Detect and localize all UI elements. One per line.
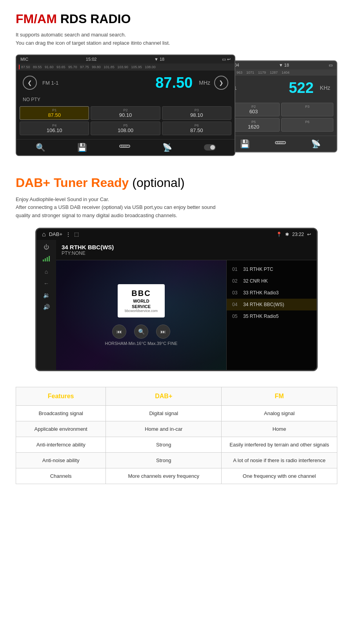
fm-presets: P1 87.50 P2 90.10 P3 98.10 [16, 104, 235, 139]
fm-toggle[interactable] [204, 144, 216, 151]
dab-main: BBC WORLD SERVICE bbcworldservice.com ⏮ … [56, 260, 317, 370]
dab-content: 34 RTHK BBC(WS) PTY:NONE BBC WORLD SERVI… [56, 240, 317, 370]
bbc-text-service: SERVICE [125, 304, 158, 309]
fm-freq-bar: 87.50 89.55 91.60 93.65 95.70 97.75 99.8… [16, 63, 235, 71]
svg-rect-7 [49, 256, 50, 261]
dab-channel-03[interactable]: 03 33 RTHK Radio3 [227, 287, 317, 299]
dab-channel-header: 34 RTHK BBC(WS) PTY:NONE [56, 240, 317, 260]
dab-volup-icon[interactable]: 🔊 [43, 304, 50, 310]
fm-preset-row-1: P1 87.50 P2 90.10 P3 98.10 [20, 106, 231, 120]
fm-signal: ▼ 18 [154, 57, 164, 62]
fm-preset-p4[interactable]: P4 106.10 [20, 122, 89, 135]
row2-fm: Home [222, 421, 337, 437]
dab-power-icon[interactable]: ⏻ [44, 244, 49, 250]
dab-title-orange: DAB+ Tuner Ready [16, 176, 129, 190]
dab-title: DAB+ Tuner Ready (optional) [16, 176, 337, 190]
row1-feature: Broadcasting signal [16, 405, 106, 421]
am-save-icon[interactable]: 💾 [240, 139, 250, 149]
row2-dab: Home and in-car [106, 421, 222, 437]
row1-fm: Analog signal [222, 405, 337, 421]
table-row: Broadcasting signal Digital signal Analo… [16, 405, 337, 421]
fm-radio-screen: MIC 15:02 ▼ 18 ▭ ↩ 87.50 89.55 91.60 93.… [16, 54, 235, 156]
table-row: Anti-noise ability Strong A lot of nosie… [16, 452, 337, 468]
dab-description: Enjoy Audiophile-level Sound in your Car… [16, 196, 337, 220]
dab-channel-name: 34 RTHK BBC(WS) [62, 244, 311, 250]
dab-header: DAB+ [106, 387, 222, 405]
dab-section: DAB+ Tuner Ready (optional) Enjoy Audiop… [0, 164, 353, 379]
fmam-section: FM/AM RDS RADIO It supports automatic se… [0, 0, 353, 164]
dab-channel-04[interactable]: 04 34 RTHK BBC(WS) [227, 299, 317, 310]
fm-broadcast-icon[interactable]: 📡 [162, 143, 172, 152]
dab-channel-01[interactable]: 01 31 RTHK PTC [227, 263, 317, 275]
dab-voldown-icon[interactable]: 🔉 [43, 292, 50, 298]
table-body: Broadcasting signal Digital signal Analo… [16, 405, 337, 484]
fm-battery-icon: ▭ ↩ [222, 57, 231, 62]
fm-preset-p6[interactable]: P6 87.50 [162, 122, 231, 135]
fm-preset-p1[interactable]: P1 87.50 [20, 106, 89, 120]
svg-rect-4 [43, 259, 44, 261]
fm-next-button[interactable]: ❯ [214, 76, 228, 90]
fmam-title-red: FM/AM [16, 12, 57, 26]
table-row: Anti-interfernce ability Strong Easily i… [16, 437, 337, 452]
dab-search-button[interactable]: 🔍 [134, 325, 148, 339]
comparison-table: Features DAB+ FM Broadcasting signal Dig… [16, 387, 337, 484]
dab-time: 23:22 [292, 232, 304, 237]
row3-dab: Strong [106, 437, 222, 452]
am-radio-screen: 15:04 ▼ 18 ▭ 855 963 1071 1179 1287 1404… [224, 60, 337, 152]
dab-channel-list: 01 31 RTHK PTC 02 32 CNR HK 03 33 RTHK R… [226, 260, 317, 370]
am-main-display: -1 522 KHz [224, 76, 337, 100]
dab-visual: BBC WORLD SERVICE bbcworldservice.com ⏮ … [56, 260, 226, 370]
row3-fm: Easily interfered by terrain and other s… [222, 437, 337, 452]
fm-time: 15:02 [86, 57, 97, 62]
fm-station-label: FM 1-1 [42, 80, 58, 86]
svg-text:BAND: BAND [277, 141, 284, 144]
am-unit: KHz [320, 85, 330, 91]
dab-next-button[interactable]: ⏭ [156, 325, 170, 339]
fm-toolbar: 🔍 💾 BAND 📡 [16, 139, 235, 155]
fmam-title-black: RDS RADIO [57, 12, 131, 26]
dab-location-icon: 📍 [276, 232, 282, 237]
row2-feature: Applicable environment [16, 421, 106, 437]
fm-main-display: ❮ FM 1-1 87.50 MHz ❯ [16, 71, 235, 95]
am-band-icon[interactable]: BAND [275, 139, 286, 148]
dab-sidebar: ⏻ ⌂ ← 🔉 🔊 [36, 240, 56, 370]
features-header: Features [16, 387, 106, 405]
fmam-title: FM/AM RDS RADIO [16, 12, 337, 26]
table-row: Channels More channels every frequency O… [16, 468, 337, 484]
fm-preset-p3[interactable]: P3 98.10 [162, 106, 231, 120]
svg-text:BAND: BAND [121, 145, 128, 148]
dab-title-normal: (optional) [129, 176, 184, 190]
am-broadcast-icon[interactable]: 📡 [311, 139, 321, 149]
dab-channel-05[interactable]: 05 35 RTHK Radio5 [227, 310, 317, 322]
dab-prev-button[interactable]: ⏮ [112, 325, 126, 339]
dab-home-icon: ⌂ [42, 231, 46, 238]
fm-freq-marker [19, 65, 20, 69]
fm-preset-p5[interactable]: P5 108.00 [91, 122, 160, 135]
dab-status-bar: ⌂ DAB+ ⋮ ⬚ 📍 ✱ 23:22 ↩ [36, 229, 317, 240]
dab-back2-icon[interactable]: ← [44, 280, 49, 287]
am-preset-p6[interactable]: P6 [281, 118, 333, 132]
am-toolbar: 💾 BAND 📡 [224, 136, 337, 152]
dab-back-icon[interactable]: ↩ [307, 232, 311, 237]
fm-search-icon[interactable]: 🔍 [36, 143, 45, 152]
row1-dab: Digital signal [106, 405, 222, 421]
dab-signal-icon [42, 256, 50, 263]
am-status-bar: 15:04 ▼ 18 ▭ [224, 61, 337, 69]
comparison-table-section: Features DAB+ FM Broadcasting signal Dig… [0, 379, 353, 500]
dab-channel-02[interactable]: 02 32 CNR HK [227, 275, 317, 287]
fm-preset-row-2: P4 106.10 P5 108.00 P6 87.50 [20, 122, 231, 135]
dab-home2-icon[interactable]: ⌂ [45, 268, 48, 275]
dab-screenshot-icon: ⬚ [74, 231, 79, 237]
fm-save-icon[interactable]: 💾 [77, 143, 87, 152]
fm-preset-p2[interactable]: P2 90.10 [91, 106, 160, 120]
fm-prev-button[interactable]: ❮ [23, 76, 37, 90]
table-header-row: Features DAB+ FM [16, 387, 337, 405]
dab-station-info: HORSHAM-Min.16°C Max.39°C FINE [105, 341, 178, 346]
row4-feature: Anti-noise ability [16, 452, 106, 468]
fm-band-icon[interactable]: BAND [119, 143, 131, 152]
fmam-description: It supports automatic search and manual … [16, 31, 337, 47]
svg-rect-6 [47, 257, 48, 261]
am-preset-p3[interactable]: P3 [281, 103, 333, 116]
row5-dab: More channels every frequency [106, 468, 222, 484]
bbc-text-world: WORLD [125, 299, 158, 303]
